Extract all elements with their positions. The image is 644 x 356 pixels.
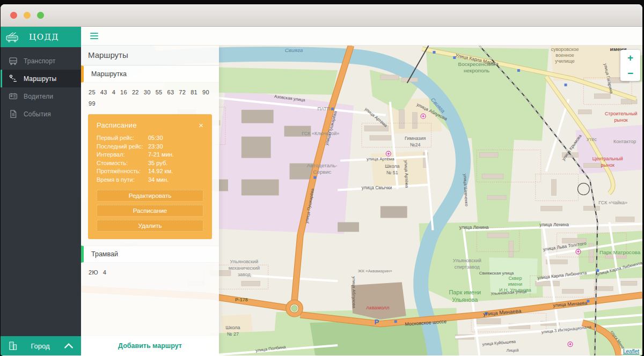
- map-label: некрополь: [464, 68, 489, 73]
- map-label: Аквамолл: [366, 305, 389, 310]
- sidebar-item-3[interactable]: События: [1, 105, 81, 123]
- sidebar-item-label: События: [24, 110, 51, 118]
- popup-button[interactable]: Расписание: [97, 205, 203, 217]
- minimize-window-button[interactable]: [24, 12, 31, 19]
- route-chip[interactable]: 16: [120, 89, 127, 95]
- map-label: Парк имени: [449, 289, 481, 295]
- map-label: Ульяновский: [230, 259, 258, 264]
- hamburger-menu-icon[interactable]: [88, 31, 100, 41]
- routes-row: 25434162230556372819099: [81, 83, 219, 114]
- route-chip[interactable]: 43: [100, 89, 107, 95]
- map-attribution: Leaflet: [621, 348, 641, 354]
- map-label: Сквер: [508, 276, 522, 281]
- map-label: механический: [229, 265, 260, 271]
- sidebar-item-2[interactable]: Водители: [1, 87, 81, 105]
- map-label: Свияжская улица: [479, 271, 514, 276]
- map-label: Автодеталь-: [307, 162, 338, 168]
- leaflet-link[interactable]: Leaflet: [623, 348, 639, 354]
- sidebar-nav: ТранспортМаршрутыВодителиСобытия: [1, 47, 81, 123]
- popup-row: Интервал:7-21 мин.: [97, 151, 203, 159]
- map-label: имени: [508, 281, 522, 287]
- popup-row-value: 14.92 км.: [148, 167, 173, 176]
- popup-row: Протяжённость:14.92 км.: [97, 167, 203, 176]
- add-route-button[interactable]: Добавить маршрут: [118, 342, 182, 350]
- panel-footer: Добавить маршрут: [81, 336, 219, 355]
- map-label: № 51: [386, 170, 398, 175]
- route-chip[interactable]: 22: [132, 89, 139, 95]
- map-container[interactable]: СвиягаСвиягаАзовская улицаПАТП-1ГСК «Клю…: [81, 46, 642, 355]
- app-window: ЦОДД ТранспортМаршрутыВодителиСобытия Го…: [1, 4, 642, 356]
- city-label: Город: [17, 342, 63, 350]
- route-chip[interactable]: 63: [167, 89, 174, 95]
- routes-panel: Маршруты Маршрутка 254341622305563728190…: [81, 46, 219, 355]
- trolleybus-icon: [5, 31, 19, 43]
- map-label: Школа: [225, 325, 240, 330]
- map-mall-building: [351, 282, 406, 320]
- close-icon[interactable]: ×: [199, 121, 203, 129]
- titlebar: [1, 4, 642, 27]
- popup-row-label: Интервал:: [97, 151, 148, 159]
- map-label: суворовское: [551, 47, 579, 52]
- popup-button[interactable]: Удалить: [97, 220, 203, 232]
- popup-button[interactable]: Редактировать: [97, 190, 203, 202]
- map-label: улица Артёма: [367, 157, 394, 161]
- route-chip[interactable]: 90: [202, 89, 209, 95]
- building-icon: [8, 340, 18, 351]
- maximize-window-button[interactable]: [37, 12, 44, 19]
- map-label: рынок: [601, 162, 614, 168]
- map-label: Парк Матросова: [599, 249, 641, 255]
- sidebar-item-label: Транспорт: [24, 57, 56, 65]
- top-toolbar: [81, 27, 642, 46]
- map-label: рынок: [614, 117, 628, 123]
- route-chip[interactable]: 4: [103, 269, 106, 276]
- map-label: улица Аблухова: [352, 277, 356, 309]
- chevron-up-icon[interactable]: [63, 340, 74, 351]
- route-chip[interactable]: 81: [191, 89, 197, 95]
- sidebar: ЦОДД ТранспортМаршрутыВодителиСобытия Го…: [1, 27, 81, 355]
- map-label: Центральный: [592, 156, 623, 161]
- map-label: Ульянова: [452, 296, 478, 303]
- panel-title: Маршруты: [81, 46, 219, 65]
- popup-row-label: Время в пути:: [97, 176, 148, 184]
- map-label: ГСК «Чайка»: [598, 200, 627, 205]
- map-label: ЖК «Аквамарин»: [358, 269, 392, 273]
- route-chip[interactable]: 25: [89, 89, 96, 95]
- popup-row-value: 23:30: [148, 143, 163, 151]
- map-label: улица Ленина: [539, 222, 569, 227]
- route-chip[interactable]: 55: [156, 89, 163, 95]
- popup-buttons: РедактироватьРасписаниеУдалить: [97, 190, 203, 232]
- bus-icon: [9, 56, 18, 65]
- map-label: Строительный: [605, 111, 638, 116]
- route-chip[interactable]: 99: [89, 100, 96, 107]
- route-chip[interactable]: 2Ю: [89, 269, 98, 276]
- close-window-button[interactable]: [10, 12, 17, 19]
- popup-row-label: Первый рейс:: [97, 134, 148, 143]
- route-chip[interactable]: 4: [112, 89, 115, 95]
- zoom-out-button[interactable]: −: [620, 65, 640, 81]
- route-chip[interactable]: 30: [144, 89, 151, 95]
- sidebar-item-label: Маршруты: [24, 75, 56, 83]
- schedule-popup: Расписание × Первый рейс:05:30Последний …: [88, 114, 212, 239]
- popup-rows: Первый рейс:05:30Последний рейс:23:30Инт…: [97, 134, 203, 184]
- route-chip[interactable]: 72: [179, 89, 186, 95]
- popup-row-value: 7-21 мин.: [148, 151, 174, 159]
- section-header-tramvay[interactable]: Трамвай: [81, 246, 219, 263]
- map-label: ПАТП-1: [317, 106, 334, 112]
- routes-row: 2Ю4: [81, 263, 219, 283]
- section-header-marshrutka[interactable]: Маршрутка: [81, 65, 219, 83]
- popup-row-label: Протяжённость:: [97, 167, 148, 176]
- map-label: Гимназия: [405, 136, 426, 141]
- drivers-icon: [9, 92, 18, 101]
- map-label: Р-178: [235, 297, 248, 302]
- map-label: улица Ленина: [459, 225, 489, 230]
- map-label: Лицей: [506, 348, 518, 353]
- popup-row-value: 34 мин.: [148, 176, 169, 184]
- city-selector[interactable]: Город: [1, 336, 81, 355]
- popup-row: Стоимость:35 руб.: [97, 159, 203, 168]
- sidebar-item-0[interactable]: Транспорт: [1, 52, 81, 70]
- sidebar-item-1[interactable]: Маршруты: [1, 70, 81, 87]
- map-label: Свияга: [285, 47, 303, 53]
- map-label: Утёс: [587, 137, 597, 142]
- map-label: Ульяновский: [453, 258, 481, 263]
- zoom-in-button[interactable]: +: [620, 50, 640, 65]
